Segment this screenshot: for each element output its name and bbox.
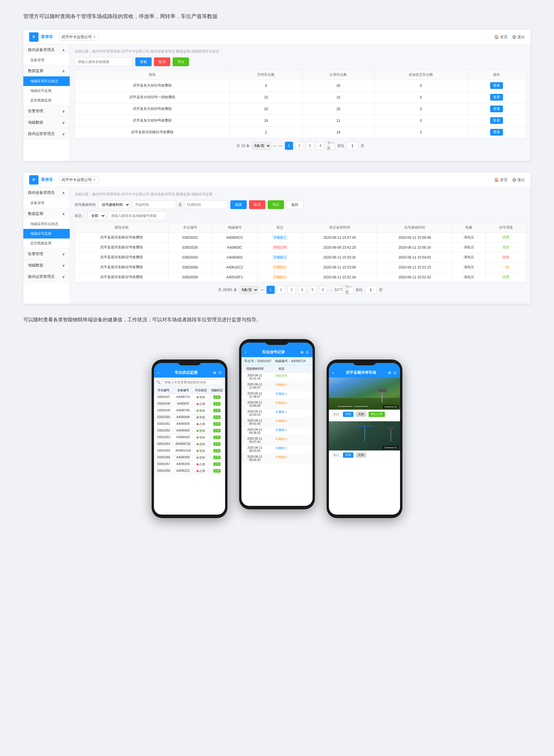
sidebar-section-header-geodata[interactable]: 地磁数据 ∨ [23,117,70,128]
list-item[interactable]: 03001047 A4090714 空闲 正常 [154,394,225,401]
nav-home-1[interactable]: 🏠 首页 [494,35,508,40]
back-button-2[interactable]: 返回 [286,200,303,209]
page-btn-3-2[interactable]: 3 [287,286,296,294]
main-content-1: 当前位置：路内停车管理系统-武平中卡运营公司-路内设备管理员-数据监测-地磁应用… [70,44,531,161]
sidebar-item-geo-signal-2[interactable]: 地磁信号监测 [23,229,70,238]
company-selector-1[interactable]: 武平中卡运营公司 ▼ [59,34,99,41]
sidebar-section-header-data[interactable]: 数据监测 ∧ [23,65,70,76]
list-item: 2020-06-11 09:02:30 车辆驶出 [241,454,313,463]
list-item[interactable]: 03001049 A4090796 空闲 正常 [154,408,225,414]
topbar-2: P 享停车 武平中卡运营公司 ▼ 🏠 首页 ⏻ 退出 [23,173,531,187]
nav-home-2[interactable]: 🏠 首页 [494,177,508,182]
list-item[interactable]: 03001048 A4905F8 占用 正常 [154,401,225,408]
sidebar-section-header-ops-2[interactable]: 路内运营管理员 ∨ [23,271,70,282]
settings-icon-phone3[interactable]: ⊙ [393,370,396,375]
status-select[interactable]: 全部 [88,211,106,220]
page-btn-last-2[interactable]: 5277 [335,286,343,294]
per-page-select-1[interactable]: 6条/页 [252,142,271,150]
search-input-1[interactable] [75,57,133,66]
list-item[interactable]: 03001058 A4090222 占用 正常 [154,468,225,475]
back-arrow-icon-2[interactable]: ‹ [245,350,246,355]
list-item[interactable]: 03001055 A4090141A 空闲 正常 [154,448,225,455]
sidebar-section-header-data-2[interactable]: 数据监测 ∧ [23,208,70,219]
list-item[interactable]: 03001050 A4090698 空闲 正常 [154,414,225,421]
settings-icon-phone1[interactable]: ⊙ [218,370,222,375]
sidebar-item-video-monitor[interactable]: 监控视频监测 [23,96,70,105]
sidebar-item-geo-status-2[interactable]: 地磁应用车位状态 [23,219,70,229]
list-item[interactable]: 03001054 A4090072E 空闲 正常 [154,441,225,448]
back-arrow-icon-3[interactable]: ‹ [332,370,334,375]
page-btn-2-1[interactable]: 2 [295,142,303,150]
reset-button-1[interactable]: 取消 [154,57,170,66]
page-btn-6-2[interactable]: 6 [319,286,327,294]
logo-text-2: 享停车 [41,177,53,182]
sidebar-section-label-ops-2: 路内运营管理员 [28,274,55,279]
search-icon-phone2[interactable]: ⊕ [300,350,304,354]
goto-label-2: 前往 [356,287,363,292]
list-item[interactable]: 03001052 A4090660 空闲 正常 [154,428,225,434]
phone-1-search-input[interactable] [162,379,223,385]
search-input-2[interactable] [108,211,166,220]
search-button-2[interactable]: 搜索 [230,200,247,209]
per-page-select-2[interactable]: 6条/页 [239,286,258,294]
p2-cell-empty [295,372,313,382]
sidebar-item-device-mgmt-2[interactable]: 设备管理 [23,198,70,208]
phone-2-table-header: 消息接收时间 状态 [241,365,313,372]
sidebar-section-header-ops[interactable]: 路内运营管理员 ∨ [23,128,70,139]
nav-logout-2[interactable]: ⏻ 退出 [512,177,525,182]
nav-logout-1[interactable]: ⏻ 退出 [512,35,525,40]
back-arrow-icon-1[interactable]: ‹ [158,370,159,375]
entry-close-btn[interactable]: 关闸 [356,412,366,417]
page-btn-1-2[interactable]: 1 [267,286,275,294]
search-icon-phone3[interactable]: ⊕ [388,370,391,375]
next-btn-1[interactable]: 下一页 [327,142,335,150]
end-date-input[interactable] [184,200,228,209]
search-icon-phone1[interactable]: ⊕ [213,370,216,375]
sidebar-item-device-mgmt[interactable]: 设备管理 [23,55,70,65]
table-row: 武平县东大街03号收费段 20 20 0 查看 [75,103,526,115]
cell-status-time-2: 2020-06-11 15:57:43 [302,233,377,243]
list-item[interactable]: 03001053 A4090630 空闲 正常 [154,434,225,441]
start-date-input[interactable] [132,200,176,209]
chevron-icon-devices-2: ∧ [62,191,65,195]
sidebar-section-header-devices-2[interactable]: 路内设备管理员 ∧ [23,187,70,198]
entry-open-btn[interactable]: 开闸 [343,412,353,417]
sidebar-item-video-monitor-2[interactable]: 监控视频监测 [23,238,70,248]
sidebar-section-label-devices-2: 路内设备管理员 [28,190,55,195]
entry-order-btn[interactable]: 闸口订单 [369,412,385,417]
page-btn-4-2[interactable]: 4 [298,286,306,294]
page-btn-3-1[interactable]: 3 [306,142,314,150]
sidebar-item-geo-status[interactable]: 地磁应用车位状态 [23,76,70,86]
reset-button-2[interactable]: 取消 [249,200,265,209]
sidebar-section-header-devices[interactable]: 路内设备管理员 ∧ [23,44,70,55]
sidebar-section-header-alarm[interactable]: 告警管理 ∨ [23,106,70,117]
page-btn-4-1[interactable]: 4 [316,142,325,150]
list-item[interactable]: 03001051 A4090836 占用 正常 [154,421,225,428]
list-item[interactable]: 03001056 A4090358 空闲 正常 [154,455,225,461]
page-btn-5-2[interactable]: 5 [309,286,317,294]
time-type-select[interactable]: 信号接收时间 [98,200,130,209]
view-btn[interactable]: 查看 [490,129,503,135]
company-selector-2[interactable]: 武平中卡运营公司 ▼ [59,176,99,183]
page-btn-1-1[interactable]: 1 [285,142,293,150]
sidebar-section-header-alarm-2[interactable]: 告警管理 ∨ [23,248,70,259]
page-btn-2-2[interactable]: 2 [277,286,285,294]
goto-input-1[interactable] [347,142,358,150]
sidebar-section-header-geodata-2[interactable]: 地磁数据 ∨ [23,260,70,271]
view-btn[interactable]: 查看 [490,94,503,101]
exit-open-btn[interactable]: 开闸 [343,453,353,458]
list-item[interactable]: 03001057 A4090200 占用 正常 [154,461,225,468]
page-unit-1: 页 [361,143,364,149]
sidebar-item-geo-signal[interactable]: 地磁信号监测 [23,86,70,96]
search-button-1[interactable]: 搜索 [135,57,152,66]
view-btn[interactable]: 查看 [490,82,503,89]
view-btn[interactable]: 查看 [490,117,503,124]
view-btn[interactable]: 查看 [490,106,503,112]
settings-icon-phone2[interactable]: ⊙ [306,350,309,354]
cell-quality-2: 一般 [486,263,526,272]
export-button-1[interactable]: 导出 [173,57,189,66]
export-button-2[interactable]: 导出 [268,200,284,209]
next-btn-2[interactable]: 下一页 [345,286,353,294]
exit-close-btn[interactable]: 关闸 [356,453,366,458]
goto-input-2[interactable] [365,286,377,294]
